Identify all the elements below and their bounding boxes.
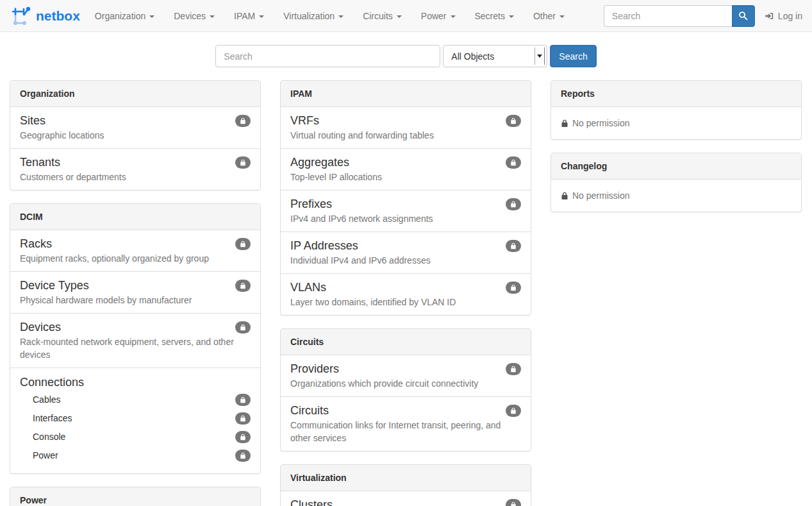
item-description: Top-level IP allocations (290, 171, 521, 183)
nav-item-virtualization[interactable]: Virtualization (274, 0, 353, 32)
lock-badge (235, 156, 251, 169)
item-description: Customers or departments (20, 171, 251, 183)
lock-icon (240, 282, 246, 289)
list-item-circuits: CircuitsCommunication links for Internet… (281, 397, 531, 451)
item-description: Layer two domains, identified by VLAN ID (290, 296, 521, 308)
nav-item-label: Power (421, 11, 447, 21)
list-item-vlans: VLANsLayer two domains, identified by VL… (281, 274, 531, 315)
lock-badge (235, 321, 251, 333)
nav-item-secrets[interactable]: Secrets (465, 0, 524, 32)
lock-icon (240, 452, 246, 459)
list-item-ip-addresses: IP AddressesIndividual IPv4 and IPv6 add… (281, 232, 531, 274)
panel-heading: Reports (551, 81, 801, 107)
item-link-devices[interactable]: Devices (20, 320, 61, 334)
list-item-sites: SitesGeographic locations (10, 107, 260, 149)
item-link-device-types[interactable]: Device Types (20, 278, 89, 292)
search-icon (738, 11, 748, 21)
group-row-power: Power (20, 446, 251, 464)
login-label: Log in (778, 11, 802, 21)
lock-icon (510, 366, 517, 373)
search-scope-select[interactable]: All Objects (443, 45, 547, 67)
navbar-search-button[interactable] (732, 5, 755, 27)
list-item-clusters: Clusters (281, 491, 531, 506)
netbox-brand[interactable]: netbox (10, 4, 85, 28)
lock-badge (235, 431, 251, 443)
group-link-interfaces[interactable]: Interfaces (33, 413, 72, 423)
select-dropdown-strip (534, 47, 545, 65)
nav-item-power[interactable]: Power (411, 0, 465, 32)
panel-heading: Circuits (281, 329, 531, 355)
item-link-clusters[interactable]: Clusters (290, 498, 333, 506)
list-item-devices: DevicesRack-mounted network equipment, s… (10, 314, 260, 368)
item-link-vrfs[interactable]: VRFs (290, 114, 319, 128)
item-link-prefixes[interactable]: Prefixes (290, 197, 332, 211)
nav-item-devices[interactable]: Devices (164, 0, 224, 32)
item-link-ip-addresses[interactable]: IP Addresses (290, 239, 358, 253)
no-permission-text: No permission (572, 189, 629, 202)
no-permission-text: No permission (572, 117, 629, 130)
caret-down-icon (338, 15, 344, 18)
lock-icon (240, 240, 246, 248)
lock-icon (510, 242, 517, 249)
global-search-button[interactable]: Search (550, 45, 596, 67)
lock-icon (510, 284, 517, 291)
caret-down-icon (259, 15, 264, 18)
item-link-circuits[interactable]: Circuits (290, 403, 329, 417)
item-head: Aggregates (290, 155, 521, 169)
list-item-device-types: Device TypesPhysical hardware models by … (10, 272, 260, 314)
item-link-providers[interactable]: Providers (290, 362, 339, 376)
login-link[interactable]: Log in (755, 11, 802, 21)
group-link-cables[interactable]: Cables (33, 394, 61, 405)
column-middle: IPAMVRFsVirtual routing and forwarding t… (280, 80, 531, 506)
caret-down-icon (509, 15, 514, 18)
panel-virtualization: VirtualizationClusters (280, 464, 531, 506)
item-description: Virtual routing and forwarding tables (290, 129, 521, 142)
group-title: Connections (20, 375, 251, 390)
panel-circuits: CircuitsProvidersOrganizations which pro… (280, 328, 531, 451)
nav-item-other[interactable]: Other (524, 0, 574, 32)
search-scope-value: All Objects (451, 51, 494, 62)
item-link-racks[interactable]: Racks (20, 237, 52, 251)
caret-down-icon (397, 15, 402, 18)
navbar-menu: OrganizationDevicesIPAMVirtualizationCir… (85, 0, 574, 32)
item-head: Racks (20, 237, 251, 251)
item-link-vlans[interactable]: VLANs (290, 280, 326, 294)
list-group-connections: ConnectionsCablesInterfacesConsolePower (10, 368, 260, 473)
group-link-power[interactable]: Power (33, 450, 58, 460)
column-left: OrganizationSitesGeographic locationsTen… (10, 80, 261, 506)
netbox-logo-icon (10, 4, 33, 28)
list-item-racks: RacksEquipment racks, optionally organiz… (10, 230, 260, 272)
list-item-prefixes: PrefixesIPv4 and IPv6 network assignment… (281, 190, 531, 232)
item-description: Individual IPv4 and IPv6 addresses (290, 254, 521, 267)
panel-heading: Changelog (551, 153, 801, 180)
global-search-row: All Objects Search (0, 45, 812, 67)
lock-badge (506, 282, 521, 294)
group-link-console[interactable]: Console (33, 432, 65, 442)
lock-badge (506, 405, 521, 417)
nav-item-organization[interactable]: Organization (85, 0, 164, 32)
lock-icon (510, 502, 517, 506)
item-head: Providers (290, 362, 521, 376)
navbar-search-input[interactable] (604, 5, 732, 27)
panel-heading: Virtualization (281, 465, 531, 491)
lock-icon (510, 407, 517, 414)
nav-item-ipam[interactable]: IPAM (224, 0, 274, 32)
nav-item-circuits[interactable]: Circuits (353, 0, 411, 32)
nav-item-label: Other (533, 11, 556, 21)
caret-down-icon (451, 15, 456, 18)
lock-badge (235, 394, 251, 406)
item-link-aggregates[interactable]: Aggregates (290, 155, 349, 169)
global-search-input[interactable] (215, 45, 440, 67)
item-link-tenants[interactable]: Tenants (20, 155, 60, 169)
navbar-search-group (604, 5, 755, 27)
item-description: Geographic locations (20, 129, 251, 142)
item-link-sites[interactable]: Sites (20, 114, 46, 128)
item-head: Tenants (20, 155, 251, 169)
lock-icon (240, 117, 246, 124)
panel-heading: Organization (10, 81, 260, 107)
item-head: VLANs (290, 280, 521, 294)
lock-icon (240, 415, 246, 422)
item-head: Sites (20, 114, 251, 128)
no-permission-row: No permission (551, 107, 801, 139)
top-navbar: netbox OrganizationDevicesIPAMVirtualiza… (0, 0, 812, 32)
